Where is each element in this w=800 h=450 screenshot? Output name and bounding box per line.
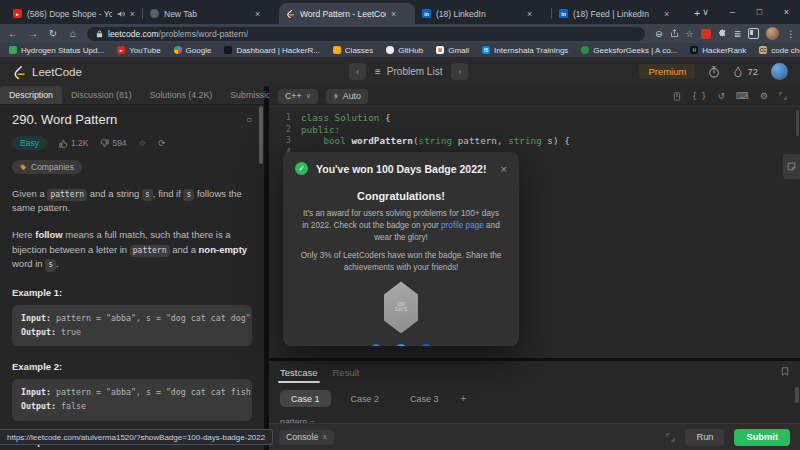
expand-panel-icon[interactable] <box>666 433 675 442</box>
editor-scrollbar[interactable] <box>796 110 799 136</box>
tab-close-icon[interactable]: × <box>130 9 135 19</box>
streak-counter[interactable]: 72 <box>733 66 758 78</box>
bookmark-gmail[interactable]: MGmail <box>436 46 469 55</box>
notebook-icon[interactable] <box>673 92 681 101</box>
bookmark-favicon <box>581 46 589 54</box>
facebook-share-icon[interactable]: f <box>370 344 382 346</box>
forward-icon[interactable]: → <box>27 28 39 39</box>
sticky-notes-button[interactable] <box>783 154 800 179</box>
modal-close-icon[interactable]: × <box>501 163 507 175</box>
tab-close-icon[interactable]: × <box>664 9 669 19</box>
reset-code-icon[interactable]: ↺ <box>717 91 725 101</box>
settings-gear-icon[interactable]: ⚙ <box>760 91 768 101</box>
bookmark-internshala[interactable]: ISInternshala Trainings <box>482 46 568 55</box>
tab-linkedin[interactable]: in (18) LinkedIn × <box>415 3 551 24</box>
bookmark-favicon <box>9 46 17 54</box>
badge-modal: ✓ You've won 100 Days Badge 2022! × Cong… <box>283 152 519 346</box>
testcase-scrollbar[interactable] <box>795 387 799 403</box>
bookmark-star-icon[interactable]: ☆ <box>686 29 694 39</box>
share-icon[interactable] <box>670 29 679 38</box>
window-minimize-button[interactable]: – <box>719 0 746 24</box>
add-case-button[interactable]: + <box>461 393 467 404</box>
dislikes-button[interactable]: 594 <box>100 138 126 148</box>
tab-youtube[interactable]: ▸ (586) Dope Shope - Yo Yo Hon... × <box>6 3 142 24</box>
tab-result[interactable]: Result <box>333 367 360 378</box>
run-button[interactable]: Run <box>685 429 724 446</box>
favorite-button[interactable]: ☆ <box>139 138 147 148</box>
companies-chip[interactable]: Companies <box>12 160 82 174</box>
text: word in <box>12 258 45 269</box>
tab-linkedin-feed[interactable]: in (18) Feed | LinkedIn × <box>552 3 688 24</box>
share-button[interactable]: ⟳ <box>158 138 165 148</box>
fullscreen-icon[interactable] <box>779 92 787 100</box>
left-panel-scrollbar[interactable] <box>259 106 263 164</box>
case-1-button[interactable]: Case 1 <box>280 390 331 407</box>
status-circle-icon[interactable]: ○ <box>246 114 252 125</box>
tab-leetcode-active[interactable]: Word Pattern - LeetCode × <box>279 3 415 24</box>
shortcuts-keyboard-icon[interactable]: ⌨ <box>736 91 749 101</box>
tab-new-tab[interactable]: New Tab × <box>143 3 279 24</box>
timer-icon[interactable] <box>708 66 720 78</box>
bookmark-github[interactable]: GitHub <box>386 46 423 55</box>
case-2-button[interactable]: Case 2 <box>340 390 391 407</box>
tab-solutions[interactable]: Solutions (4.2K) <box>141 86 222 104</box>
bookmark-hackerrank-dashboard[interactable]: Dashboard | HackerR... <box>224 46 319 55</box>
bookmark-youtube[interactable]: ▸YouTube <box>117 46 160 55</box>
home-icon[interactable]: ⌂ <box>67 28 79 39</box>
submit-button[interactable]: Submit <box>734 429 790 446</box>
testcase-bookmark-icon[interactable] <box>781 367 789 378</box>
tab-discussion[interactable]: Discussion (81) <box>62 86 141 104</box>
bookmark-geeksforgeeks[interactable]: GeeksforGeeks | A co... <box>581 46 677 55</box>
browser-profile-avatar[interactable] <box>766 27 779 40</box>
case-3-button[interactable]: Case 3 <box>399 390 450 407</box>
text: , find if <box>153 188 184 199</box>
prev-problem-button[interactable]: ‹ <box>349 63 366 80</box>
tab-audio-icon[interactable] <box>117 10 125 18</box>
bookmark-hackerrank[interactable]: HHackerRank <box>690 46 746 55</box>
twitter-share-icon[interactable] <box>395 344 407 346</box>
user-avatar[interactable] <box>771 63 788 80</box>
profile-page-link[interactable]: profile page <box>441 221 484 230</box>
premium-button[interactable]: Premium <box>639 64 695 79</box>
bookmark-classes[interactable]: Classes <box>333 46 373 55</box>
zoom-icon[interactable]: ⊖ <box>655 29 663 39</box>
reading-list-icon[interactable]: ≣ <box>734 29 742 39</box>
format-braces-icon[interactable]: { } <box>692 92 706 101</box>
code-token: public: <box>301 124 340 136</box>
linkedin-favicon: in <box>559 9 568 18</box>
auto-label: Auto <box>343 91 361 101</box>
tab-close-icon[interactable]: × <box>255 9 260 19</box>
browser-tab-strip: ▸ (586) Dope Shope - Yo Yo Hon... × New … <box>0 0 800 24</box>
extension-red-icon[interactable] <box>701 29 711 39</box>
example-2-label: Example 2: <box>12 361 252 372</box>
problem-list-button[interactable]: ≡Problem List <box>375 66 442 77</box>
likes-button[interactable]: 1.2K <box>59 138 89 148</box>
code-token: wordPattern <box>351 135 413 147</box>
tab-close-icon[interactable]: × <box>391 9 396 19</box>
browser-menu-icon[interactable]: ⋮ <box>786 29 795 39</box>
reload-icon[interactable]: ↻ <box>47 28 59 39</box>
next-problem-button[interactable]: › <box>451 63 468 80</box>
bookmark-codechef[interactable]: CCcode chef <box>759 46 800 55</box>
side-panel-icon[interactable] <box>748 28 759 39</box>
code-chip: s <box>183 189 194 201</box>
autocomplete-toggle[interactable]: Auto <box>326 89 368 104</box>
tab-search-chevron-icon[interactable]: ∨ <box>692 0 719 24</box>
window-close-button[interactable]: × <box>773 0 800 24</box>
console-label: Console <box>286 432 318 442</box>
tab-description[interactable]: Description <box>0 86 62 104</box>
extensions-puzzle-icon[interactable] <box>718 29 727 38</box>
modal-heading: Congratulations! <box>283 190 519 202</box>
bookmark-hydrogen[interactable]: Hydrogen Status Upd... <box>9 46 104 55</box>
bookmark-google[interactable]: Google <box>174 46 212 55</box>
tab-close-icon[interactable]: × <box>527 9 532 19</box>
tab-testcase[interactable]: Testcase <box>280 367 318 378</box>
window-maximize-button[interactable]: □ <box>746 0 773 24</box>
back-icon[interactable]: ← <box>7 28 19 39</box>
console-button[interactable]: Console∧ <box>279 430 334 445</box>
linkedin-share-icon[interactable]: in <box>420 344 432 346</box>
leetcode-brand[interactable]: LeetCode <box>12 65 82 79</box>
address-bar[interactable]: leetcode.com/problems/word-pattern/ <box>87 27 645 41</box>
language-selector[interactable]: C++∨ <box>278 89 318 104</box>
bold-text: follow <box>35 229 62 240</box>
